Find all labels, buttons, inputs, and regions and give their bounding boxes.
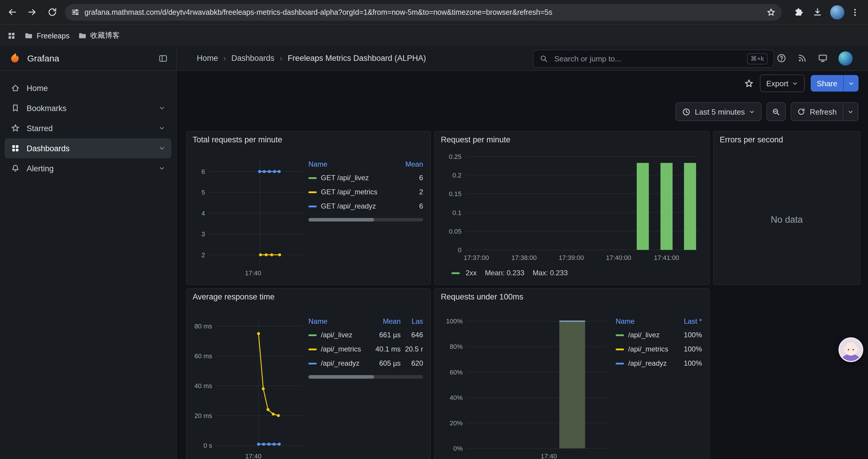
browser-menu-icon[interactable]	[847, 4, 863, 21]
back-icon[interactable]	[4, 4, 20, 21]
panel-errors-per-second: Errors per second No data	[713, 131, 860, 285]
news-rss-icon[interactable]	[797, 53, 807, 63]
legend-col-header[interactable]: Name	[308, 317, 368, 326]
dock-menu-icon[interactable]	[158, 54, 168, 63]
legend-table: NameMeanGET /api/_livez6GET /api/_metric…	[308, 158, 423, 222]
legend-col-header[interactable]: Las	[401, 317, 423, 326]
address-bar[interactable]: grafana.mathmast.com/d/deytv4rwavabkb/fr…	[65, 4, 782, 21]
legend-row[interactable]: /api/_metrics40.1 ms20.5 r	[308, 342, 423, 356]
legend-series-name[interactable]: /api/_metrics	[308, 345, 368, 353]
extensions-icon[interactable]	[790, 4, 807, 21]
export-button[interactable]: Export	[760, 74, 805, 92]
legend-inline[interactable]: 2xx Mean: 0.233 Max: 0.233	[452, 269, 568, 277]
time-range-picker[interactable]: Last 5 minutes	[675, 102, 762, 121]
sidebar-item-label: Bookmarks	[27, 104, 66, 112]
legend-value: 100%	[673, 331, 702, 339]
legend-col-header[interactable]: Mean	[396, 160, 423, 168]
legend-series-name[interactable]: /api/_readyz	[616, 359, 673, 367]
share-menu-chevron[interactable]	[843, 75, 859, 92]
bookmark-folder-blogs[interactable]: 收藏博客	[78, 31, 120, 41]
share-button[interactable]: Share	[811, 75, 859, 92]
search-input[interactable]	[553, 54, 747, 64]
legend-scrollbar[interactable]	[308, 375, 423, 379]
chevron-down-icon[interactable]	[158, 104, 165, 112]
panel-title[interactable]: Average response time	[193, 292, 275, 301]
legend-col-header[interactable]: Last *	[673, 317, 702, 326]
sidebar-item-home[interactable]: Home	[5, 78, 172, 98]
svg-text:60%: 60%	[450, 369, 463, 376]
legend-row[interactable]: /api/_livez661 µs646	[308, 328, 423, 342]
legend-series-name[interactable]: /api/_metrics	[616, 345, 673, 353]
favorite-star-icon[interactable]	[744, 78, 754, 88]
bookmark-star-icon[interactable]	[766, 7, 776, 17]
legend-series-name[interactable]: /api/_readyz	[308, 359, 368, 367]
legend-row[interactable]: /api/_livez100%	[616, 328, 702, 342]
dashboards-icon	[11, 143, 20, 153]
legend-row[interactable]: /api/_readyz605 µs620	[308, 356, 423, 370]
sidebar: Grafana Home Bookmarks Starred	[0, 46, 177, 459]
legend-col-header[interactable]: Name	[308, 160, 396, 168]
breadcrumb-separator: ›	[280, 54, 282, 63]
sidebar-item-alerting[interactable]: Alerting	[5, 158, 172, 178]
legend-header: NameMeanLas	[308, 315, 423, 328]
legend-col-header[interactable]: Name	[616, 317, 673, 326]
panel-title[interactable]: Request per minute	[441, 135, 510, 144]
downloads-icon[interactable]	[809, 4, 826, 21]
legend-series-name[interactable]: /api/_livez	[308, 331, 368, 339]
zoom-out-button[interactable]	[767, 102, 786, 121]
legend-series-name[interactable]: GET /api/_metrics	[308, 188, 396, 196]
breadcrumb-home[interactable]: Home	[197, 54, 218, 63]
url-text[interactable]: grafana.mathmast.com/d/deytv4rwavabkb/fr…	[85, 8, 766, 16]
svg-text:17:38:00: 17:38:00	[512, 254, 537, 261]
svg-text:0.15: 0.15	[449, 190, 462, 198]
help-icon[interactable]	[776, 53, 786, 63]
legend-row[interactable]: /api/_readyz100%	[616, 356, 702, 370]
series-swatch	[452, 272, 460, 274]
panel-title[interactable]: Requests under 100ms	[441, 292, 523, 301]
chevron-down-icon[interactable]	[158, 165, 165, 172]
export-label: Export	[766, 79, 788, 88]
grafana-logo[interactable]	[8, 52, 21, 65]
browser-profile-avatar[interactable]	[830, 5, 844, 19]
display-kiosk-icon[interactable]	[818, 53, 828, 63]
forward-icon[interactable]	[24, 4, 40, 21]
brand-name: Grafana	[27, 53, 158, 63]
panel-title[interactable]: Errors per second	[720, 135, 783, 144]
legend-series-name[interactable]: GET /api/_readyz	[308, 202, 396, 210]
refresh-action[interactable]: Refresh	[792, 103, 843, 121]
reload-icon[interactable]	[44, 4, 60, 21]
legend-series-name[interactable]: 2xx	[466, 269, 476, 277]
legend-col-header[interactable]: Mean	[368, 317, 401, 326]
user-avatar[interactable]	[838, 51, 852, 65]
sidebar-item-bookmarks[interactable]: Bookmarks	[5, 98, 172, 118]
bookmark-icon	[11, 103, 20, 113]
bookmark-folder-freeleaps[interactable]: Freeleaps	[24, 31, 69, 40]
series-swatch	[616, 362, 624, 364]
legend-row[interactable]: GET /api/_livez6	[308, 171, 423, 185]
legend-row[interactable]: /api/_metrics100%	[616, 342, 702, 356]
time-range-label: Last 5 minutes	[695, 107, 745, 116]
sidebar-item-starred[interactable]: Starred	[5, 118, 172, 138]
header-icons	[776, 46, 852, 70]
breadcrumb-dashboards[interactable]: Dashboards	[231, 54, 275, 63]
search-icon	[539, 54, 548, 63]
legend-series-name[interactable]: /api/_livez	[616, 331, 673, 339]
legend-row[interactable]: GET /api/_readyz6	[308, 199, 423, 213]
search-box[interactable]: ⌘+k	[533, 50, 774, 68]
legend-row[interactable]: GET /api/_metrics2	[308, 185, 423, 199]
legend-series-name[interactable]: GET /api/_livez	[308, 174, 396, 182]
legend-mean: Mean: 0.233	[485, 269, 524, 277]
panel-title[interactable]: Total requests per minute	[193, 135, 282, 144]
apps-grid-icon[interactable]	[7, 31, 16, 40]
legend-table: NameLast */api/_livez100%/api/_metrics10…	[616, 315, 702, 370]
chevron-down-icon[interactable]	[158, 145, 165, 152]
browser-toolbar: grafana.mathmast.com/d/deytv4rwavabkb/fr…	[0, 0, 868, 24]
site-settings-icon[interactable]	[71, 8, 80, 17]
sidebar-item-dashboards[interactable]: Dashboards	[5, 138, 172, 158]
assistant-avatar[interactable]	[838, 337, 863, 362]
refresh-interval-chevron[interactable]	[843, 103, 858, 121]
legend-scrollbar[interactable]	[308, 218, 423, 222]
share-label[interactable]: Share	[811, 75, 843, 92]
chevron-down-icon[interactable]	[158, 125, 165, 132]
svg-text:20%: 20%	[450, 419, 463, 427]
